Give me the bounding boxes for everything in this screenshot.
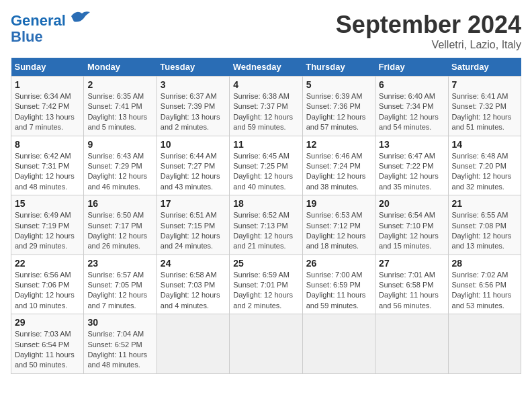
table-row: 28Sunrise: 7:02 AM Sunset: 6:56 PM Dayli… (448, 255, 521, 314)
day-number: 21 (452, 198, 517, 209)
table-row: 19Sunrise: 6:53 AM Sunset: 7:12 PM Dayli… (302, 195, 375, 255)
day-info: Sunrise: 6:44 AM Sunset: 7:27 PM Dayligh… (161, 151, 226, 193)
table-row: 25Sunrise: 6:59 AM Sunset: 7:01 PM Dayli… (230, 255, 302, 314)
day-info: Sunrise: 7:04 AM Sunset: 6:52 PM Dayligh… (87, 329, 152, 371)
table-row: 7Sunrise: 6:41 AM Sunset: 7:32 PM Daylig… (448, 77, 521, 136)
day-number: 23 (87, 258, 152, 269)
day-info: Sunrise: 6:48 AM Sunset: 7:20 PM Dayligh… (452, 151, 517, 193)
day-number: 25 (233, 258, 298, 269)
table-row: 21Sunrise: 6:55 AM Sunset: 7:08 PM Dayli… (448, 195, 521, 255)
day-number: 22 (15, 258, 80, 269)
col-thursday: Thursday (302, 58, 375, 77)
day-info: Sunrise: 6:55 AM Sunset: 7:08 PM Dayligh… (452, 210, 517, 252)
col-wednesday: Wednesday (230, 58, 302, 77)
table-row: 18Sunrise: 6:52 AM Sunset: 7:13 PM Dayli… (230, 195, 302, 255)
table-row (157, 314, 229, 374)
table-row: 9Sunrise: 6:43 AM Sunset: 7:29 PM Daylig… (84, 136, 157, 195)
day-info: Sunrise: 6:56 AM Sunset: 7:06 PM Dayligh… (15, 270, 80, 312)
day-number: 10 (161, 139, 226, 150)
table-row: 11Sunrise: 6:45 AM Sunset: 7:25 PM Dayli… (230, 136, 302, 195)
day-number: 26 (306, 258, 371, 269)
day-info: Sunrise: 6:50 AM Sunset: 7:17 PM Dayligh… (87, 210, 152, 252)
day-number: 14 (452, 139, 517, 150)
day-number: 15 (15, 198, 80, 209)
day-info: Sunrise: 7:03 AM Sunset: 6:54 PM Dayligh… (15, 329, 80, 371)
day-info: Sunrise: 7:01 AM Sunset: 6:58 PM Dayligh… (379, 270, 444, 312)
table-row: 24Sunrise: 6:58 AM Sunset: 7:03 PM Dayli… (157, 255, 229, 314)
col-friday: Friday (375, 58, 448, 77)
day-info: Sunrise: 6:42 AM Sunset: 7:31 PM Dayligh… (15, 151, 80, 193)
day-number: 19 (306, 198, 371, 209)
day-info: Sunrise: 6:38 AM Sunset: 7:37 PM Dayligh… (233, 91, 298, 133)
day-info: Sunrise: 6:37 AM Sunset: 7:39 PM Dayligh… (161, 91, 226, 133)
day-number: 13 (379, 139, 444, 150)
col-sunday: Sunday (11, 58, 84, 77)
table-row: 6Sunrise: 6:40 AM Sunset: 7:34 PM Daylig… (375, 77, 448, 136)
day-info: Sunrise: 6:52 AM Sunset: 7:13 PM Dayligh… (233, 210, 298, 252)
day-info: Sunrise: 7:00 AM Sunset: 6:59 PM Dayligh… (306, 270, 371, 312)
day-info: Sunrise: 6:49 AM Sunset: 7:19 PM Dayligh… (15, 210, 80, 252)
table-row: 1Sunrise: 6:34 AM Sunset: 7:42 PM Daylig… (11, 77, 84, 136)
table-row: 5Sunrise: 6:39 AM Sunset: 7:36 PM Daylig… (302, 77, 375, 136)
table-row: 3Sunrise: 6:37 AM Sunset: 7:39 PM Daylig… (157, 77, 229, 136)
logo: General Blue (11, 11, 90, 45)
col-monday: Monday (84, 58, 157, 77)
calendar-week-row: 8Sunrise: 6:42 AM Sunset: 7:31 PM Daylig… (11, 136, 521, 195)
weekday-header-row: Sunday Monday Tuesday Wednesday Thursday… (11, 58, 521, 77)
day-info: Sunrise: 6:58 AM Sunset: 7:03 PM Dayligh… (161, 270, 226, 312)
day-info: Sunrise: 6:43 AM Sunset: 7:29 PM Dayligh… (87, 151, 152, 193)
calendar-week-row: 29Sunrise: 7:03 AM Sunset: 6:54 PM Dayli… (11, 314, 521, 374)
day-info: Sunrise: 7:02 AM Sunset: 6:56 PM Dayligh… (452, 270, 517, 312)
table-row: 23Sunrise: 6:57 AM Sunset: 7:05 PM Dayli… (84, 255, 157, 314)
table-row (230, 314, 302, 374)
calendar-week-row: 15Sunrise: 6:49 AM Sunset: 7:19 PM Dayli… (11, 195, 521, 255)
calendar-week-row: 22Sunrise: 6:56 AM Sunset: 7:06 PM Dayli… (11, 255, 521, 314)
day-number: 29 (15, 317, 80, 328)
table-row: 8Sunrise: 6:42 AM Sunset: 7:31 PM Daylig… (11, 136, 84, 195)
day-info: Sunrise: 6:45 AM Sunset: 7:25 PM Dayligh… (233, 151, 298, 193)
table-row: 17Sunrise: 6:51 AM Sunset: 7:15 PM Dayli… (157, 195, 229, 255)
day-number: 12 (306, 139, 371, 150)
col-saturday: Saturday (448, 58, 521, 77)
day-number: 11 (233, 139, 298, 150)
day-info: Sunrise: 6:40 AM Sunset: 7:34 PM Dayligh… (379, 91, 444, 133)
day-info: Sunrise: 6:39 AM Sunset: 7:36 PM Dayligh… (306, 91, 371, 133)
day-number: 8 (15, 139, 80, 150)
day-number: 6 (379, 79, 444, 90)
day-info: Sunrise: 6:46 AM Sunset: 7:24 PM Dayligh… (306, 151, 371, 193)
table-row (448, 314, 521, 374)
day-info: Sunrise: 6:34 AM Sunset: 7:42 PM Dayligh… (15, 91, 80, 133)
day-number: 4 (233, 79, 298, 90)
table-row: 4Sunrise: 6:38 AM Sunset: 7:37 PM Daylig… (230, 77, 302, 136)
title-block: September 2024 Velletri, Lazio, Italy (336, 11, 521, 51)
day-number: 16 (87, 198, 152, 209)
day-info: Sunrise: 6:51 AM Sunset: 7:15 PM Dayligh… (161, 210, 226, 252)
location-subtitle: Velletri, Lazio, Italy (336, 39, 521, 51)
day-number: 24 (161, 258, 226, 269)
day-number: 30 (87, 317, 152, 328)
table-row (302, 314, 375, 374)
table-row: 26Sunrise: 7:00 AM Sunset: 6:59 PM Dayli… (302, 255, 375, 314)
table-row: 27Sunrise: 7:01 AM Sunset: 6:58 PM Dayli… (375, 255, 448, 314)
table-row: 12Sunrise: 6:46 AM Sunset: 7:24 PM Dayli… (302, 136, 375, 195)
month-title: September 2024 (336, 11, 521, 39)
col-tuesday: Tuesday (157, 58, 229, 77)
day-number: 2 (87, 79, 152, 90)
table-row: 14Sunrise: 6:48 AM Sunset: 7:20 PM Dayli… (448, 136, 521, 195)
day-info: Sunrise: 6:57 AM Sunset: 7:05 PM Dayligh… (87, 270, 152, 312)
logo-text: General (11, 11, 90, 29)
logo-bird-icon (71, 9, 90, 24)
day-info: Sunrise: 6:35 AM Sunset: 7:41 PM Dayligh… (87, 91, 152, 133)
day-number: 7 (452, 79, 517, 90)
day-number: 17 (161, 198, 226, 209)
day-number: 3 (161, 79, 226, 90)
day-number: 9 (87, 139, 152, 150)
day-number: 20 (379, 198, 444, 209)
page-header: General Blue September 2024 Velletri, La… (11, 11, 521, 51)
calendar-week-row: 1Sunrise: 6:34 AM Sunset: 7:42 PM Daylig… (11, 77, 521, 136)
day-number: 1 (15, 79, 80, 90)
table-row: 10Sunrise: 6:44 AM Sunset: 7:27 PM Dayli… (157, 136, 229, 195)
table-row: 22Sunrise: 6:56 AM Sunset: 7:06 PM Dayli… (11, 255, 84, 314)
day-number: 27 (379, 258, 444, 269)
table-row: 29Sunrise: 7:03 AM Sunset: 6:54 PM Dayli… (11, 314, 84, 374)
